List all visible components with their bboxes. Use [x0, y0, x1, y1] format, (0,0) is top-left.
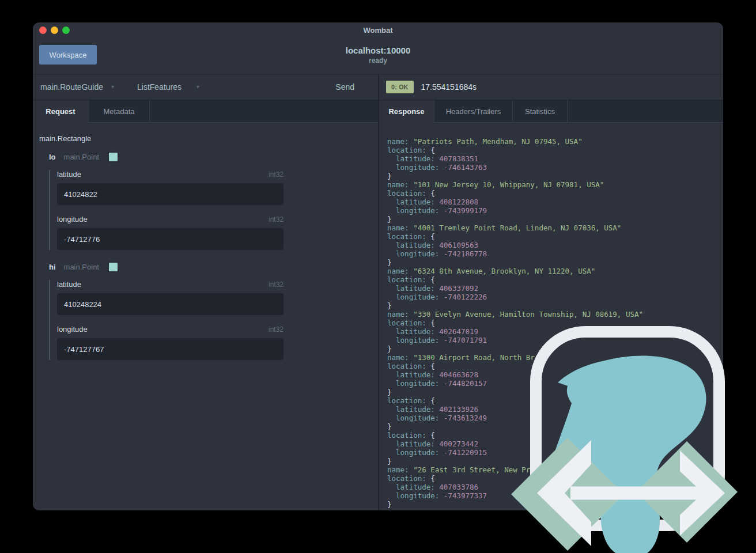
field-group-lo: lomain.Pointlatitudeint32longitudeint32 — [49, 151, 378, 250]
field-label: longitude — [57, 215, 88, 224]
field-lo-longitude: longitudeint32 — [57, 215, 284, 250]
field-hi-latitude: latitudeint32 — [57, 280, 284, 315]
request-form: main.Rectangle lomain.Pointlatitudeint32… — [33, 122, 378, 360]
field-type: int32 — [269, 215, 284, 224]
method-select-label: ListFeatures — [137, 82, 182, 92]
tab-response[interactable]: Response — [379, 100, 434, 123]
service-select[interactable]: main.RouteGuide ▾ — [40, 82, 114, 92]
group-type: main.Point — [64, 263, 99, 271]
request-content: main.Rectangle lomain.Pointlatitudeint32… — [33, 122, 378, 510]
tab-metadata[interactable]: Metadata — [89, 100, 150, 123]
hi-latitude-input[interactable] — [57, 293, 284, 315]
response-content: name: "Patriots Path, Mendham, NJ 07945,… — [379, 122, 723, 510]
connection-state: ready — [33, 56, 723, 65]
field-label-row: longitudeint32 — [57, 325, 284, 334]
field-label-row: longitudeint32 — [57, 215, 284, 224]
hi-enabled-checkbox[interactable] — [108, 262, 119, 272]
wombat-window: Wombat Workspace localhost:10000 ready m… — [33, 22, 723, 510]
message-type-label: main.Rectangle — [39, 134, 378, 143]
field-label-row: latitudeint32 — [57, 280, 284, 289]
group-header: himain.Point — [49, 262, 378, 272]
lo-latitude-input[interactable] — [57, 183, 284, 205]
tabbar-filler — [568, 100, 723, 123]
connection-status: localhost:10000 ready — [33, 46, 723, 65]
field-type: int32 — [269, 171, 284, 179]
group-type: main.Point — [64, 153, 99, 161]
response-pane: 0: OK 17.554151684s Response Headers/Tra… — [379, 74, 723, 510]
hi-longitude-input[interactable] — [57, 338, 284, 360]
field-group-hi: himain.Pointlatitudeint32longitudeint32 — [49, 262, 378, 360]
chevron-down-icon: ▾ — [196, 84, 199, 90]
field-label: longitude — [57, 325, 88, 334]
call-duration: 17.554151684s — [421, 82, 477, 92]
response-output: name: "Patriots Path, Mendham, NJ 07945,… — [379, 122, 723, 509]
response-toolbar: 0: OK 17.554151684s — [379, 74, 723, 100]
chevron-down-icon: ▾ — [111, 84, 114, 90]
tab-request[interactable]: Request — [33, 100, 89, 123]
lo-longitude-input[interactable] — [57, 228, 284, 250]
group-name: hi — [49, 263, 56, 271]
field-label: latitude — [57, 280, 81, 289]
field-type: int32 — [269, 325, 284, 334]
tab-statistics[interactable]: Statistics — [513, 100, 568, 123]
header: Workspace localhost:10000 ready — [33, 39, 723, 74]
group-fields: latitudeint32longitudeint32 — [49, 170, 378, 250]
response-tabbar: Response Headers/Trailers Statistics — [379, 100, 723, 123]
method-select[interactable]: ListFeatures ▾ — [137, 82, 199, 92]
lo-enabled-checkbox[interactable] — [108, 151, 119, 162]
server-address: localhost:10000 — [33, 46, 723, 55]
group-header: lomain.Point — [49, 151, 378, 162]
request-tabbar: Request Metadata — [33, 100, 378, 123]
group-fields: latitudeint32longitudeint32 — [49, 280, 378, 360]
request-pane: main.RouteGuide ▾ ListFeatures ▾ Send Re… — [33, 74, 378, 510]
tab-headers-trailers[interactable]: Headers/Trailers — [434, 100, 513, 123]
field-label: latitude — [57, 170, 81, 179]
request-toolbar: main.RouteGuide ▾ ListFeatures ▾ Send — [33, 74, 378, 100]
service-select-label: main.RouteGuide — [40, 82, 103, 92]
window-title: Wombat — [33, 26, 723, 35]
field-type: int32 — [269, 281, 284, 289]
send-button[interactable]: Send — [332, 82, 358, 92]
desktop: Wombat Workspace localhost:10000 ready m… — [0, 0, 756, 553]
field-hi-longitude: longitudeint32 — [57, 325, 284, 360]
tabbar-filler — [150, 100, 378, 123]
status-badge: 0: OK — [386, 81, 414, 93]
group-name: lo — [49, 153, 56, 161]
field-lo-latitude: latitudeint32 — [57, 170, 284, 205]
field-label-row: latitudeint32 — [57, 170, 284, 179]
titlebar: Wombat — [33, 22, 723, 39]
form-groups: lomain.Pointlatitudeint32longitudeint32h… — [39, 151, 378, 360]
